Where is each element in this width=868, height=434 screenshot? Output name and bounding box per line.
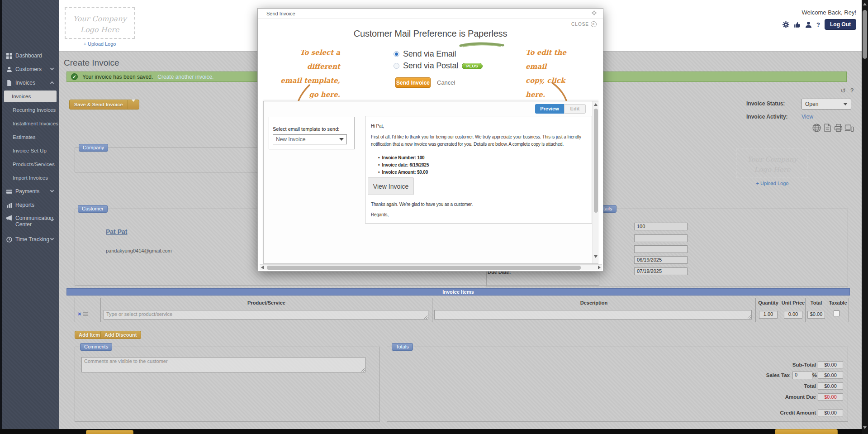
modal-scrollbar-horizontal[interactable] — [260, 264, 602, 270]
globe-icon[interactable] — [812, 123, 821, 133]
preview-scrollbar-vertical[interactable] — [593, 101, 598, 263]
resize-handle[interactable] — [361, 368, 365, 372]
settings-gear-icon[interactable] — [783, 21, 789, 28]
description-textarea[interactable] — [434, 310, 752, 320]
resize-handle[interactable] — [747, 315, 751, 319]
resize-handle[interactable] — [424, 315, 427, 319]
send-via-postal-label[interactable]: Send via Postal — [403, 61, 458, 71]
scroll-up-arrow-icon[interactable] — [594, 103, 598, 106]
save-send-dropdown-arrow[interactable] — [128, 100, 139, 109]
product-service-textarea[interactable]: Type or select product/service — [104, 310, 428, 320]
sidebar-item-communication-center[interactable]: Communication Center — [2, 212, 59, 233]
scroll-right-arrow-icon[interactable] — [598, 266, 601, 269]
delete-row-icon[interactable]: × — [78, 311, 81, 322]
sidebar-item-customers[interactable]: Customers — [2, 62, 59, 76]
sidebar-subitem-import-invoices[interactable]: Import Invoices — [2, 171, 59, 185]
save-send-invoice-button[interactable]: Save & Send Invoice — [69, 100, 139, 110]
invoice-number-input[interactable]: 100 — [634, 223, 688, 230]
invoice-activity-label: Invoice Activity: — [746, 114, 788, 120]
modal-decor-icon — [592, 10, 597, 15]
scroll-up-arrow-icon[interactable] — [863, 3, 867, 5]
credit-amount-value: $0.00 — [818, 409, 843, 416]
megaphone-icon — [6, 215, 12, 221]
note-line: To select a different — [276, 46, 340, 74]
sidebar-item-invoices[interactable]: Invoices — [2, 76, 59, 90]
thumbs-up-icon[interactable] — [794, 21, 801, 28]
customer-email: pandakyung0414@gmail.com — [106, 248, 172, 253]
modal-cancel-link[interactable]: Cancel — [437, 79, 455, 86]
modal-heading: Customer Mail Preference is Paperless — [258, 29, 603, 39]
create-another-invoice-link[interactable]: Create another invoice. — [157, 74, 213, 80]
table-header-product: Product/Service — [101, 298, 432, 308]
credit-card-icon — [6, 189, 12, 195]
close-icon: × — [591, 21, 597, 27]
comments-textarea[interactable]: Comments are visible to the customer — [81, 357, 365, 372]
sidebar-subitem-estimates[interactable]: Estimates — [2, 130, 59, 144]
company-logo-placeholder[interactable]: Your Company Logo Here — [65, 7, 135, 39]
scrollbar-thumb[interactable] — [594, 109, 598, 213]
invoice-upload-logo-link[interactable]: + Upload Logo — [736, 181, 808, 186]
send-via-email-radio[interactable] — [394, 51, 399, 57]
send-via-postal-radio[interactable] — [394, 63, 399, 69]
sidebar-subitem-invoices[interactable]: Invoices — [4, 91, 57, 102]
page-scrollbar[interactable] — [862, 0, 868, 434]
sidebar-subitem-installment-invoices[interactable]: Installment Invoices — [2, 117, 59, 130]
add-discount-button[interactable]: Add Discount — [100, 331, 141, 339]
save-send-label: Save & Send Invoice — [70, 100, 128, 109]
sidebar-item-time-tracking[interactable]: Time Tracking — [2, 233, 59, 246]
sidebar-subitem-invoice-set-up[interactable]: Invoice Set Up — [2, 144, 59, 157]
sidebar-item-reports[interactable]: Reports — [2, 198, 59, 212]
sidebar-subitem-recurring-invoices[interactable]: Recurring Invoices — [2, 103, 59, 117]
account-person-icon[interactable] — [805, 21, 812, 28]
modal-send-invoice-button[interactable]: Send Invoice — [395, 77, 431, 88]
sidebar-subitem-products-services[interactable]: Products/Services — [2, 157, 59, 171]
name-field-input[interactable] — [634, 245, 688, 253]
scroll-down-arrow-icon[interactable] — [594, 255, 598, 258]
row-total-input[interactable]: $0.00 — [807, 311, 825, 319]
taxable-checkbox[interactable] — [834, 310, 840, 316]
sidebar-item-payments[interactable]: Payments — [2, 185, 59, 198]
unit-price-input[interactable]: 0.00 — [784, 311, 802, 319]
invoice-logo-placeholder[interactable]: Your Company Logo Here — [736, 148, 808, 178]
printer-icon[interactable] — [834, 123, 843, 133]
select-chevron-icon — [339, 138, 344, 141]
send-via-email-label[interactable]: Send via Email — [403, 49, 456, 59]
sidebar-item-dashboard[interactable]: Dashboard — [2, 49, 59, 62]
sales-tax-input[interactable]: 0 — [792, 372, 812, 379]
help-icon[interactable]: ? — [816, 21, 820, 28]
due-date-input[interactable]: 07/19/2025 — [634, 267, 688, 275]
page-help-icon[interactable]: ? — [850, 87, 854, 94]
credit-amount-label: Credit Amount — [780, 410, 816, 415]
email-template-select[interactable]: New Invoice — [273, 134, 347, 144]
sidebar-label: Reports — [15, 202, 34, 208]
bullet-text: Invoice Number: 100 — [382, 155, 424, 160]
scroll-down-arrow-icon[interactable] — [863, 426, 867, 429]
green-brush-underline — [459, 41, 504, 48]
pdf-icon[interactable] — [823, 123, 832, 133]
scrollbar-thumb[interactable] — [267, 266, 581, 270]
template-select-label: Select email template to send: — [273, 126, 339, 132]
bottom-partial-button-right[interactable] — [775, 429, 838, 434]
logout-button[interactable]: Log Out — [825, 19, 856, 30]
modal-close-button[interactable]: CLOSE × — [571, 21, 597, 27]
customer-name-link[interactable]: Pat Pat — [106, 228, 127, 235]
invoice-status-select[interactable]: Open — [802, 99, 851, 110]
add-item-button[interactable]: Add Item — [75, 331, 104, 339]
devices-icon[interactable] — [844, 123, 854, 133]
optional-field-input[interactable] — [634, 234, 688, 242]
scrollbar-thumb[interactable] — [863, 10, 867, 59]
sidebar-label: Dashboard — [15, 52, 42, 59]
upload-logo-link[interactable]: + Upload Logo — [65, 41, 135, 47]
drag-handle-icon[interactable] — [83, 312, 88, 316]
invoice-date-input[interactable]: 06/19/2025 — [634, 256, 688, 264]
scroll-left-arrow-icon[interactable] — [261, 266, 264, 269]
close-label: CLOSE — [571, 22, 589, 27]
percent-sign: % — [812, 372, 817, 378]
history-icon[interactable]: ↺ — [840, 87, 846, 94]
bottom-partial-button-left[interactable] — [86, 430, 133, 434]
quantity-input[interactable]: 1.00 — [759, 311, 778, 319]
view-invoice-button[interactable]: View Invoice — [368, 177, 414, 195]
invoice-activity-view-link[interactable]: View — [802, 114, 813, 120]
tab-preview[interactable]: Preview — [535, 104, 564, 114]
tab-edit[interactable]: Edit — [564, 104, 586, 114]
